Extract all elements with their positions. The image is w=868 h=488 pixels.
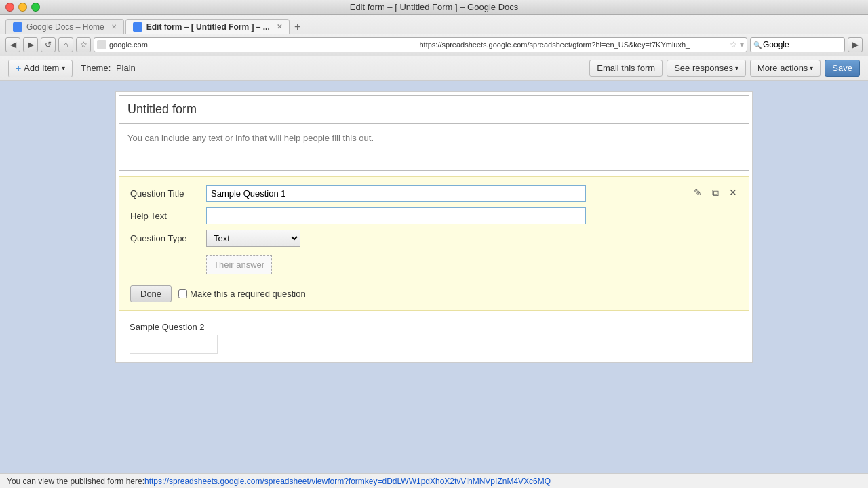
tab-bar: Google Docs – Home ✕ Edit form – [ Untit…: [0, 15, 868, 34]
question-title-row: Question Title: [130, 185, 738, 202]
form-title-section: [119, 95, 749, 124]
app-toolbar: + Add Item ▾ Theme: Plain Email this for…: [0, 56, 868, 81]
minimize-button[interactable]: [18, 3, 27, 12]
forward-icon: ▶: [28, 40, 34, 49]
see-responses-button[interactable]: See responses ▾: [667, 60, 746, 77]
add-item-button[interactable]: + Add Item ▾: [8, 60, 73, 77]
delete-question-button[interactable]: ✕: [726, 185, 741, 200]
more-actions-label: More actions: [757, 63, 808, 73]
form-title-input[interactable]: [119, 96, 749, 123]
see-responses-dropdown-icon: ▾: [735, 64, 738, 72]
delete-icon: ✕: [729, 187, 737, 198]
tab-home[interactable]: Google Docs – Home ✕: [5, 19, 124, 34]
nav-bar: ◀ ▶ ↺ ⌂ ☆ google.com https://spreadsheet…: [0, 34, 868, 56]
maximize-button[interactable]: [31, 3, 40, 12]
question1-actions: ✎ ⧉ ✕: [690, 185, 741, 200]
done-button[interactable]: Done: [130, 285, 172, 302]
required-checkbox-label[interactable]: Make this a required question: [178, 289, 306, 299]
see-responses-label: See responses: [674, 63, 733, 73]
help-text-label: Help Text: [130, 211, 198, 221]
form-description-section: [119, 127, 749, 171]
question-type-row: Question Type Text Paragraph text Multip…: [130, 230, 738, 247]
add-item-dropdown-icon: ▾: [62, 64, 65, 72]
duplicate-question-button[interactable]: ⧉: [708, 185, 723, 200]
required-label: Make this a required question: [190, 289, 306, 299]
back-icon: ◀: [10, 40, 16, 49]
close-button[interactable]: [5, 3, 14, 12]
dropdown-icon[interactable]: ▾: [740, 40, 744, 49]
form-description-input[interactable]: [119, 127, 749, 168]
tab-edit-label: Edit form – [ Untitled Form ] – ...: [146, 22, 270, 32]
save-label: Save: [832, 63, 852, 73]
bookmark-icon: ☆: [80, 40, 87, 49]
new-tab-button[interactable]: +: [291, 20, 304, 34]
question2-title: Sample Question 2: [130, 322, 738, 332]
home-icon: ⌂: [63, 40, 68, 49]
done-label: Done: [140, 289, 161, 299]
forward-button[interactable]: ▶: [23, 37, 38, 52]
bookmark-button[interactable]: ☆: [76, 37, 91, 52]
plus-icon: +: [16, 63, 21, 74]
star-icon[interactable]: ☆: [730, 40, 737, 49]
email-form-button[interactable]: Email this form: [589, 60, 663, 77]
home-button[interactable]: ⌂: [58, 37, 73, 52]
main-content: ✎ ⧉ ✕ Question Title Help Text: [0, 81, 868, 474]
form-container: ✎ ⧉ ✕ Question Title Help Text: [115, 92, 753, 363]
search-input[interactable]: [763, 40, 831, 49]
search-go-icon: ▶: [852, 40, 859, 49]
theme-label: Theme: Plain: [81, 63, 136, 73]
question-type-label: Question Type: [130, 233, 198, 243]
save-button[interactable]: Save: [825, 60, 860, 77]
search-icon: 🔍: [753, 41, 762, 49]
edit-question-button[interactable]: ✎: [690, 185, 705, 200]
reload-button[interactable]: ↺: [41, 37, 56, 52]
window-controls: [5, 3, 40, 12]
tab-home-favicon: [13, 22, 22, 32]
more-actions-button[interactable]: More actions ▾: [750, 60, 821, 77]
add-item-label: Add Item: [24, 63, 59, 73]
help-text-row: Help Text: [130, 207, 738, 224]
duplicate-icon: ⧉: [712, 187, 719, 199]
edit-icon: ✎: [694, 187, 702, 198]
status-bar: You can view the published form here: ht…: [0, 473, 868, 474]
tab-edit-favicon: [133, 22, 142, 32]
help-text-input[interactable]: [206, 207, 586, 224]
search-submit-button[interactable]: ▶: [848, 37, 863, 52]
address-scheme: google.com: [109, 41, 417, 49]
address-favicon: [97, 40, 106, 49]
tab-edit-close[interactable]: ✕: [277, 23, 282, 30]
title-bar: Edit form – [ Untitled Form ] – Google D…: [0, 0, 868, 15]
toolbar-right: Email this form See responses ▾ More act…: [589, 60, 860, 77]
more-actions-dropdown-icon: ▾: [810, 64, 813, 72]
back-button[interactable]: ◀: [5, 37, 20, 52]
address-url: https://spreadsheets.google.com/spreadsh…: [420, 41, 728, 49]
done-row: Done Make this a required question: [130, 285, 738, 302]
search-bar[interactable]: 🔍: [750, 37, 845, 52]
question-type-select[interactable]: Text Paragraph text Multiple choice Chec…: [206, 230, 300, 247]
answer-placeholder: Their answer: [206, 255, 272, 274]
tab-home-close[interactable]: ✕: [111, 23, 117, 30]
address-bar[interactable]: google.com https://spreadsheets.google.c…: [94, 37, 747, 52]
window-title: Edit form – [ Untitled Form ] – Google D…: [350, 2, 519, 12]
question-title-input[interactable]: [206, 185, 586, 202]
question2-answer-box: [130, 335, 218, 354]
tab-home-label: Google Docs – Home: [26, 22, 104, 32]
question1-section: ✎ ⧉ ✕ Question Title Help Text: [119, 176, 749, 311]
question2-section: Sample Question 2: [119, 317, 749, 359]
reload-icon: ↺: [45, 40, 52, 49]
required-checkbox-input[interactable]: [178, 289, 187, 298]
email-form-label: Email this form: [597, 63, 655, 73]
tab-edit[interactable]: Edit form – [ Untitled Form ] – ... ✕: [125, 19, 290, 34]
question-title-label: Question Title: [130, 188, 198, 199]
browser-chrome: Google Docs – Home ✕ Edit form – [ Untit…: [0, 15, 868, 56]
